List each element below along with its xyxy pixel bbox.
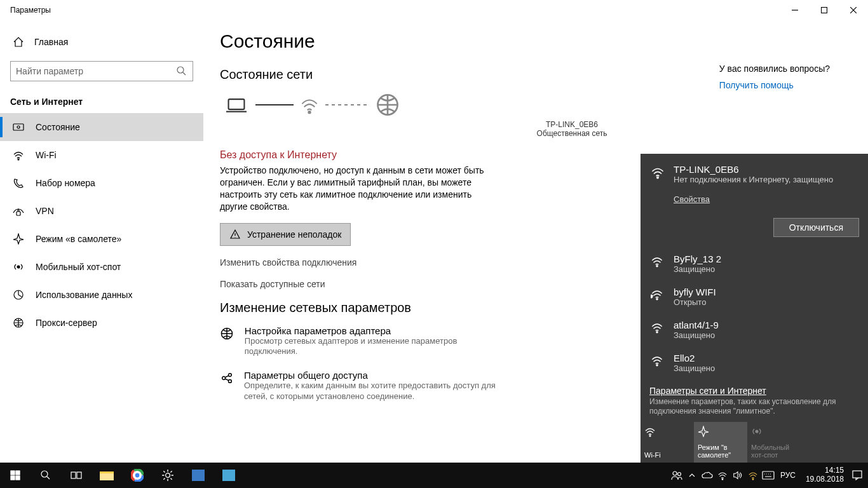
network-status: Защищено bbox=[674, 330, 859, 340]
wifi-icon bbox=[651, 254, 665, 274]
nav-item-label: Состояние bbox=[36, 122, 80, 132]
get-help-link[interactable]: Получить помощь bbox=[719, 80, 830, 90]
network-item-connected[interactable]: TP-LINK_0EB6 Нет подключения к Интернету… bbox=[641, 154, 868, 210]
diagram-net-type: Общественная сеть bbox=[276, 129, 868, 138]
taskbar-app-generic1[interactable] bbox=[183, 463, 214, 488]
nav-item-label: Режим «в самолете» bbox=[36, 234, 121, 244]
network-item-2[interactable]: atlant4/1-9Защищено bbox=[641, 313, 868, 346]
adapter-desc: Определите, к каким данным вы хотите пре… bbox=[244, 381, 499, 402]
network-item-0[interactable]: ByFly_13 2Защищено bbox=[641, 247, 868, 280]
vpn-icon bbox=[13, 205, 24, 217]
network-status: Нет подключения к Интернету, защищено bbox=[674, 175, 859, 184]
nav-item-3[interactable]: VPN bbox=[0, 197, 203, 225]
clock-time: 14:15 bbox=[806, 466, 844, 475]
nav-item-6[interactable]: Использование данных bbox=[0, 281, 203, 309]
network-name: byfly WIFI bbox=[674, 287, 859, 297]
taskbar-app-settings[interactable] bbox=[153, 463, 183, 488]
svg-point-30 bbox=[166, 473, 170, 478]
svg-rect-22 bbox=[77, 472, 81, 478]
network-name: TP-LINK_0EB6 bbox=[674, 164, 859, 175]
tray-clock[interactable]: 14:15 19.08.2018 bbox=[801, 466, 849, 484]
proxy-icon bbox=[13, 317, 24, 329]
search-input[interactable]: Найти параметр bbox=[10, 61, 193, 81]
page-title: Состояние bbox=[220, 30, 868, 52]
adapter-option-1[interactable]: Параметры общего доступаОпределите, к ка… bbox=[220, 370, 499, 402]
adapter-desc: Просмотр сетевых адаптеров и изменение п… bbox=[245, 336, 499, 358]
tray-wifi-alert-icon[interactable] bbox=[746, 463, 760, 488]
tile-icon bbox=[751, 426, 797, 438]
nav-home[interactable]: Главная bbox=[0, 28, 203, 56]
network-name: Ello2 bbox=[674, 353, 859, 363]
svg-rect-31 bbox=[192, 470, 205, 481]
adapter-title: Настройка параметров адаптера bbox=[245, 325, 499, 336]
warning-body: Устройство подключено, но доступ к данны… bbox=[220, 165, 487, 213]
tray-language[interactable]: РУС bbox=[776, 471, 799, 480]
wifi-icon bbox=[651, 353, 665, 373]
action-center-button[interactable] bbox=[850, 463, 864, 488]
wifi-icon bbox=[651, 320, 665, 340]
nav-item-0[interactable]: Состояние bbox=[0, 113, 203, 141]
svg-point-33 bbox=[673, 471, 677, 475]
warning-icon bbox=[229, 229, 241, 240]
adapter-option-0[interactable]: Настройка параметров адаптераПросмотр се… bbox=[220, 325, 499, 358]
status-icon bbox=[13, 121, 24, 133]
minimize-button[interactable] bbox=[780, 0, 810, 20]
taskbar: РУС 14:15 19.08.2018 bbox=[0, 463, 868, 488]
window-title: Параметры bbox=[10, 6, 51, 15]
troubleshoot-button[interactable]: Устранение неполадок bbox=[220, 223, 351, 246]
category-label: Сеть и Интернет bbox=[0, 92, 203, 113]
nav-item-1[interactable]: Wi-Fi bbox=[0, 141, 203, 169]
network-item-1[interactable]: byfly WIFIОткрыто bbox=[641, 280, 868, 313]
taskbar-app-explorer[interactable] bbox=[92, 463, 122, 488]
tray-people[interactable] bbox=[670, 463, 684, 488]
nav-item-7[interactable]: Прокси-сервер bbox=[0, 309, 203, 337]
tray-volume-icon[interactable] bbox=[731, 463, 745, 488]
wifi-icon bbox=[651, 164, 665, 204]
network-status: Защищено bbox=[674, 363, 859, 373]
start-button[interactable] bbox=[0, 463, 31, 488]
taskbar-app-chrome[interactable] bbox=[122, 463, 153, 488]
data-usage-icon bbox=[13, 289, 24, 301]
disconnect-button[interactable]: Отключиться bbox=[773, 218, 859, 237]
tray-network-icon[interactable] bbox=[715, 463, 729, 488]
wifi-icon bbox=[13, 149, 24, 161]
home-icon bbox=[13, 36, 24, 48]
task-view-button[interactable] bbox=[61, 463, 92, 488]
adapter-title: Параметры общего доступа bbox=[244, 370, 499, 381]
network-diagram bbox=[222, 92, 868, 118]
nav-item-label: Использование данных bbox=[36, 290, 132, 300]
diagram-ssid: TP-LINK_0EB6 bbox=[276, 120, 868, 129]
adapter-icon bbox=[220, 370, 234, 402]
network-properties-link[interactable]: Свойства bbox=[674, 194, 710, 204]
taskbar-search[interactable] bbox=[31, 463, 61, 488]
close-button[interactable] bbox=[839, 0, 868, 20]
flyout-tile-0[interactable]: Wi-Fi bbox=[641, 422, 694, 463]
tray-keyboard-icon[interactable] bbox=[761, 463, 775, 488]
svg-rect-18 bbox=[822, 8, 827, 13]
svg-rect-35 bbox=[763, 471, 774, 479]
svg-rect-24 bbox=[100, 473, 114, 480]
nav-home-label: Главная bbox=[34, 37, 68, 47]
svg-point-34 bbox=[677, 473, 681, 476]
flyout-tile-1[interactable]: Режим "в самолете" bbox=[694, 422, 747, 463]
svg-point-29 bbox=[135, 473, 140, 478]
tile-label: Wi-Fi bbox=[644, 451, 690, 459]
tile-icon bbox=[644, 426, 690, 438]
nav-item-label: VPN bbox=[36, 206, 54, 216]
svg-rect-32 bbox=[222, 470, 235, 481]
tray-onedrive-icon[interactable] bbox=[700, 463, 714, 488]
dialup-icon bbox=[13, 177, 24, 189]
network-item-3[interactable]: Ello2Защищено bbox=[641, 346, 868, 379]
taskbar-app-generic2[interactable] bbox=[214, 463, 244, 488]
tile-label: Мобильный хот-спот bbox=[751, 444, 797, 459]
maximize-button[interactable] bbox=[810, 0, 839, 20]
nav-item-label: Мобильный хот-спот bbox=[36, 262, 121, 272]
nav-item-2[interactable]: Набор номера bbox=[0, 169, 203, 197]
network-settings-link[interactable]: Параметры сети и Интернет bbox=[649, 386, 859, 396]
wifi-icon bbox=[651, 287, 665, 307]
tray-chevron[interactable] bbox=[685, 463, 699, 488]
nav-item-4[interactable]: Режим «в самолете» bbox=[0, 225, 203, 253]
nav-item-label: Прокси-сервер bbox=[36, 318, 97, 328]
nav-item-5[interactable]: Мобильный хот-спот bbox=[0, 253, 203, 281]
network-flyout: TP-LINK_0EB6 Нет подключения к Интернету… bbox=[641, 154, 868, 463]
